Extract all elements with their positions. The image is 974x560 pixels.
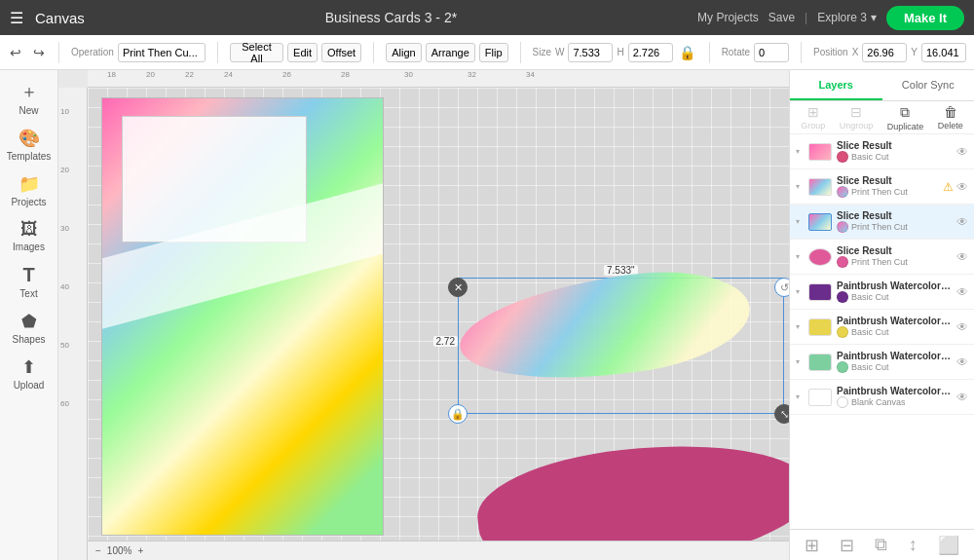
sidebar-item-shapes[interactable]: ⬟ Shapes	[0, 305, 57, 351]
menu-icon[interactable]: ☰	[10, 9, 23, 27]
ungroup-button[interactable]: ⊟ Ungroup	[840, 104, 874, 131]
handle-top-right[interactable]: ↺	[774, 278, 789, 297]
pos-y-input[interactable]	[921, 43, 966, 62]
selection-box[interactable]	[458, 278, 784, 414]
layer-item[interactable]: ▾ Slice Result Basic Cut 👁	[790, 134, 974, 169]
sidebar-label-shapes: Shapes	[13, 334, 46, 345]
pos-y-label: Y	[911, 47, 918, 57]
sidebar-label-new: New	[19, 105, 38, 116]
layer-item[interactable]: ▾ Slice Result Print Then Cut 👁	[790, 240, 974, 275]
rotate-input[interactable]	[754, 43, 789, 62]
layer-title: Paintbrush Watercolor Str...	[837, 316, 952, 326]
layer-subtitle: Basic Cut	[837, 361, 952, 373]
tab-layers[interactable]: Layers	[790, 70, 882, 100]
select-all-button[interactable]: Select All	[230, 43, 283, 62]
sidebar-label-templates: Templates	[7, 151, 52, 162]
position-label: Position	[813, 47, 848, 57]
sidebar-item-text[interactable]: T Text	[0, 258, 57, 305]
handle-bottom-right[interactable]: ⤡	[774, 404, 789, 424]
align-button[interactable]: Align	[386, 43, 421, 62]
flip-button[interactable]: Flip	[479, 43, 508, 62]
sidebar-item-new[interactable]: ＋ New	[0, 74, 57, 122]
delete-button[interactable]: 🗑 Delete	[938, 104, 963, 131]
expand-icon: ▾	[796, 287, 804, 296]
pos-x-label: X	[852, 47, 859, 57]
layer-item[interactable]: ▾ Paintbrush Watercolor Str... Blank Can…	[790, 380, 974, 415]
expand-icon: ▾	[796, 217, 804, 226]
sidebar-label-projects: Projects	[11, 197, 46, 207]
eye-icon[interactable]: 👁	[956, 250, 968, 264]
upload-icon: ⬆	[21, 356, 36, 378]
eye-icon[interactable]: 👁	[956, 180, 968, 194]
rotate-label: Rotate	[722, 47, 750, 57]
toolbar: ↩ ↪ Operation Select All Edit Offset Ali…	[0, 35, 974, 70]
panel-tabs: Layers Color Sync	[790, 70, 974, 101]
layer-thumbnail	[808, 354, 832, 371]
layer-subtitle: Blank Canvas	[837, 396, 952, 408]
panel-bottom-btn-4[interactable]: ↕	[909, 535, 918, 555]
layer-thumbnail	[808, 178, 832, 196]
arrange-button[interactable]: Arrange	[426, 43, 475, 62]
canvas-area[interactable]: 18 20 22 24 26 28 30 32 34 10 20 30 40 5…	[58, 70, 789, 560]
panel-bottom-btn-1[interactable]: ⊞	[805, 535, 819, 556]
art-card-left[interactable]	[101, 97, 384, 536]
brush-stroke-2[interactable]	[472, 431, 789, 541]
layer-title: Paintbrush Watercolor Str...	[837, 386, 952, 396]
handle-top-left[interactable]: ✕	[448, 278, 468, 297]
tab-color-sync[interactable]: Color Sync	[882, 70, 975, 100]
eye-icon[interactable]: 👁	[956, 355, 968, 369]
sidebar-item-upload[interactable]: ⬆ Upload	[0, 351, 57, 396]
zoom-in-button[interactable]: +	[137, 545, 143, 556]
pos-x-input[interactable]	[862, 43, 907, 62]
panel-bottom-btn-5[interactable]: ⬜	[938, 535, 959, 556]
layer-thumbnail	[808, 389, 832, 406]
save-button[interactable]: Save	[768, 11, 795, 24]
text-icon: T	[22, 264, 34, 286]
sidebar-item-templates[interactable]: 🎨 Templates	[0, 122, 57, 168]
layer-thumbnail	[808, 143, 832, 161]
sidebar-item-projects[interactable]: 📁 Projects	[0, 168, 57, 213]
my-projects-button[interactable]: My Projects	[697, 11, 759, 24]
shapes-icon: ⬟	[21, 311, 37, 332]
explore-button[interactable]: Explore 3 ▾	[817, 11, 877, 24]
duplicate-button[interactable]: ⧉ Duplicate	[887, 104, 924, 131]
redo-button[interactable]: ↪	[31, 43, 47, 62]
offset-button[interactable]: Offset	[321, 43, 361, 62]
panel-bottom-btn-3[interactable]: ⧉	[875, 535, 887, 555]
sidebar-item-images[interactable]: 🖼 Images	[0, 213, 57, 258]
undo-button[interactable]: ↩	[8, 43, 23, 62]
eye-icon[interactable]: 👁	[956, 215, 968, 229]
expand-icon: ▾	[796, 252, 804, 261]
canvas-grid[interactable]: 7.533" 2.72 ✕ ↺ 🔒 ⤡	[88, 88, 789, 541]
panel-bottom-btn-2[interactable]: ⊟	[840, 535, 854, 556]
eye-icon[interactable]: 👁	[956, 391, 968, 404]
panel-action-row: ⊞ Group ⊟ Ungroup ⧉ Duplicate 🗑 Delete	[790, 101, 974, 134]
make-it-button[interactable]: Make It	[886, 6, 964, 30]
eye-icon[interactable]: 👁	[956, 320, 968, 334]
layer-item[interactable]: ▾ Paintbrush Watercolor Str... Basic Cut…	[790, 310, 974, 345]
operation-input[interactable]	[118, 43, 206, 62]
zoom-value: 100%	[107, 545, 132, 556]
edit-button[interactable]: Edit	[287, 43, 318, 62]
layers-list: ▾ Slice Result Basic Cut 👁 ▾	[790, 134, 974, 529]
sidebar-label-upload: Upload	[14, 380, 45, 391]
layer-item[interactable]: ▾ Slice Result Print Then Cut 👁	[790, 205, 974, 240]
warning-icon: ⚠	[943, 180, 954, 194]
layer-subtitle: Basic Cut	[837, 151, 952, 163]
layer-item[interactable]: ▾ Slice Result Print Then Cut ⚠ 👁	[790, 169, 974, 205]
size-w-input[interactable]	[568, 43, 613, 62]
handle-bottom-left[interactable]: 🔒	[448, 404, 468, 424]
layer-item[interactable]: ▾ Paintbrush Watercolor Str... Basic Cut…	[790, 345, 974, 380]
expand-icon: ▾	[796, 322, 804, 331]
zoom-out-button[interactable]: −	[95, 545, 101, 556]
group-button[interactable]: ⊞ Group	[801, 104, 825, 131]
lock-ratio-button[interactable]: 🔒	[677, 43, 697, 62]
layer-item[interactable]: ▾ Paintbrush Watercolor Str... Basic Cut…	[790, 275, 974, 310]
expand-icon: ▾	[796, 392, 804, 401]
eye-icon[interactable]: 👁	[956, 145, 968, 159]
layer-thumbnail	[808, 283, 832, 301]
expand-icon: ▾	[796, 357, 804, 366]
size-h-input[interactable]	[628, 43, 673, 62]
sidebar-label-text: Text	[19, 288, 37, 299]
eye-icon[interactable]: 👁	[956, 285, 968, 299]
